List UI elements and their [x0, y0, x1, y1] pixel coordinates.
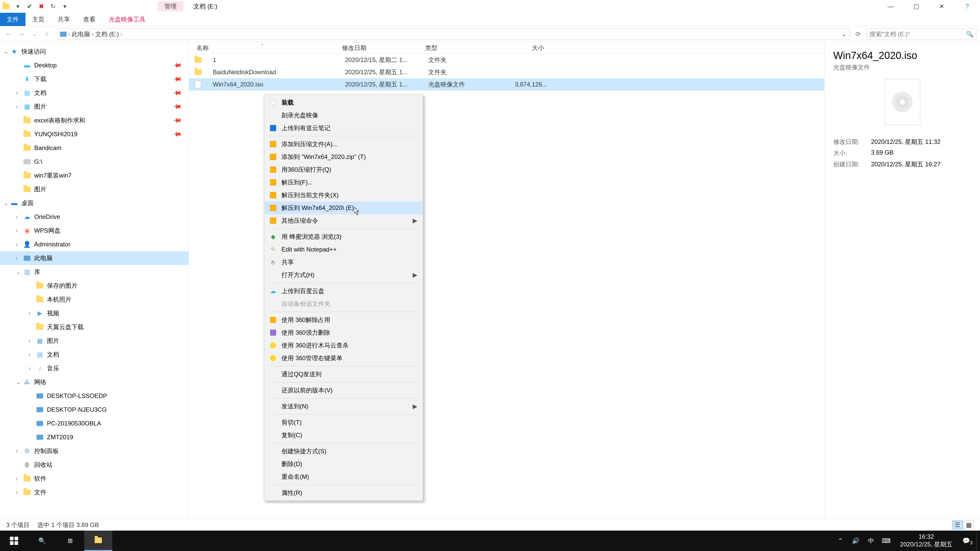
tree-thispc[interactable]: ›此电脑: [0, 251, 189, 265]
tree-downloads[interactable]: ⬇下载📌: [0, 72, 189, 86]
history-dropdown[interactable]: ⌄: [29, 29, 39, 39]
menu-item[interactable]: 属性(R): [265, 486, 422, 499]
tab-home[interactable]: 主页: [25, 13, 51, 26]
menu-item[interactable]: ◆用 蜂蜜浏览器 浏览(3): [265, 230, 422, 243]
tree-desktop[interactable]: ▬Desktop📌: [0, 59, 189, 72]
menu-item[interactable]: 解压到当前文件夹(X): [265, 189, 422, 202]
tree-win7reset[interactable]: win7重装win7: [0, 168, 189, 183]
menu-item[interactable]: 添加到压缩文件(A)...: [265, 138, 422, 151]
tree-pictures[interactable]: ›▦图片📌: [0, 100, 189, 114]
menu-item[interactable]: 打开方式(H)▶: [265, 268, 422, 281]
forward-button[interactable]: →: [16, 29, 27, 39]
refresh-button[interactable]: ⟳: [852, 30, 864, 38]
col-date[interactable]: 修改日期: [339, 44, 422, 52]
menu-item[interactable]: 创建快捷方式(S): [265, 445, 422, 457]
menu-item[interactable]: 装载: [265, 96, 422, 109]
tree-pictures2[interactable]: 图片: [0, 183, 189, 196]
menu-item[interactable]: 重命名(M): [265, 470, 422, 483]
maximize-button[interactable]: ▢: [904, 0, 929, 13]
breadcrumb-folder[interactable]: 文档 (E:): [95, 30, 119, 38]
tree-lib-docs[interactable]: ›▤文档: [0, 348, 189, 362]
tree-lib-pics[interactable]: ›▦图片: [0, 334, 189, 348]
help-button[interactable]: ?: [955, 0, 980, 13]
tree-admin[interactable]: ›👤Administrator: [0, 238, 189, 251]
tree-bandicam[interactable]: Bandicam: [0, 141, 189, 155]
tab-share[interactable]: 共享: [51, 13, 76, 26]
tree-control-panel[interactable]: ›⚙控制面板: [0, 444, 189, 458]
navigation-tree[interactable]: ⌄★快速访问 ▬Desktop📌 ⬇下载📌 ›▤文档📌 ›▦图片📌 excel表…: [0, 42, 189, 519]
taskview-button[interactable]: ⊞: [56, 530, 84, 551]
tree-documents[interactable]: ›▤文档📌: [0, 86, 189, 100]
check-icon[interactable]: ✔: [26, 3, 33, 10]
start-button[interactable]: [0, 530, 28, 551]
menu-item[interactable]: 解压到 Win7x64_2020\ (E): [265, 202, 422, 214]
search-button[interactable]: 🔍: [28, 530, 56, 551]
tree-network[interactable]: ⌄🖧网络: [0, 375, 189, 389]
close-button[interactable]: ✕: [929, 0, 955, 13]
col-name[interactable]: 名称⌃: [189, 44, 339, 52]
tree-excel[interactable]: excel表格制作求和📌: [0, 114, 189, 127]
menu-item[interactable]: ✎Edit with Notepad++: [265, 243, 422, 256]
menu-item[interactable]: 上传到有道云笔记: [265, 122, 422, 135]
tab-disc-tools[interactable]: 光盘映像工具: [102, 13, 152, 26]
x-icon[interactable]: ✖: [38, 3, 45, 10]
tree-videos[interactable]: ›▶视频: [0, 306, 189, 320]
tab-view[interactable]: 查看: [76, 13, 102, 26]
tree-wps[interactable]: ›◉WPS网盘: [0, 224, 189, 238]
menu-item[interactable]: 发送到(N)▶: [265, 400, 422, 413]
list-row[interactable]: Win7x64_2020.iso2020/12/25, 星期五 1...光盘映像…: [189, 78, 824, 91]
tree-files[interactable]: ›文件: [0, 486, 189, 499]
menu-item[interactable]: 用360压缩打开(Q): [265, 163, 422, 176]
tree-desktop-root[interactable]: ⌄▬桌面: [0, 196, 189, 210]
address-dropdown-icon[interactable]: ⌄: [842, 30, 846, 38]
menu-item[interactable]: 还原以前的版本(V): [265, 384, 422, 397]
ime-mode-icon[interactable]: ⌨: [879, 530, 894, 551]
menu-item[interactable]: 其他压缩命令▶: [265, 214, 422, 227]
caret-icon[interactable]: ▾: [61, 3, 68, 10]
menu-item[interactable]: 使用 360解除占用: [265, 313, 422, 326]
search-box[interactable]: 🔍: [867, 29, 977, 40]
up-button[interactable]: ↑: [42, 29, 52, 39]
tree-quick-access[interactable]: ⌄★快速访问: [0, 44, 189, 59]
minimize-button[interactable]: —: [878, 0, 904, 13]
tree-lib-music[interactable]: ›♪音乐: [0, 362, 189, 375]
tree-tianyi[interactable]: 天翼云盘下载: [0, 320, 189, 334]
menu-item[interactable]: 通过QQ发送到: [265, 368, 422, 381]
menu-item[interactable]: 复制(C): [265, 429, 422, 441]
list-row[interactable]: BaiduNetdiskDownload2020/12/25, 星期五 1...…: [189, 66, 824, 78]
tree-libraries[interactable]: ⌄▥库: [0, 265, 189, 279]
redo-icon[interactable]: ↻: [49, 3, 57, 10]
tree-onedrive[interactable]: ›☁OneDrive: [0, 210, 189, 224]
tree-recycle[interactable]: 🗑回收站: [0, 458, 189, 472]
menu-item[interactable]: 使用 360进行木马云查杀: [265, 339, 422, 352]
clock[interactable]: 16:32 2020/12/25, 星期五: [894, 533, 959, 548]
col-size[interactable]: 大小: [492, 44, 548, 52]
volume-icon[interactable]: 🔊: [848, 530, 863, 551]
menu-item[interactable]: 添加到 "Win7x64_2020.zip" (T): [265, 151, 422, 163]
menu-item[interactable]: 使用 360管理右键菜单: [265, 352, 422, 365]
ime-button[interactable]: 中: [863, 530, 879, 551]
menu-item[interactable]: 解压到(F)...: [265, 176, 422, 189]
notification-button[interactable]: 💬3: [959, 530, 977, 551]
address-path[interactable]: › 此电脑 › 文档 (E:) › ⌄: [57, 29, 850, 40]
breadcrumb-root[interactable]: 此电脑: [72, 30, 90, 38]
list-row[interactable]: 12020/12/15, 星期二 1...文件夹: [189, 54, 824, 66]
tree-yunqishi[interactable]: YUNQISHI2019📌: [0, 127, 189, 141]
menu-item[interactable]: 剪切(T): [265, 416, 422, 429]
tree-camera-roll[interactable]: 本机照片: [0, 292, 189, 306]
tree-saved-pics[interactable]: 保存的图片: [0, 279, 189, 292]
menu-item[interactable]: 使用 360强力删除: [265, 326, 422, 339]
view-details-button[interactable]: ☰: [953, 521, 963, 529]
tree-pc4[interactable]: ZMT2019: [0, 430, 189, 444]
tab-file[interactable]: 文件: [0, 13, 25, 26]
tree-gdrive[interactable]: G:\: [0, 155, 189, 168]
menu-item[interactable]: 刻录光盘映像: [265, 109, 422, 122]
explorer-button[interactable]: [84, 530, 112, 551]
menu-item[interactable]: ☁上传到百度云盘: [265, 285, 422, 297]
tree-pc1[interactable]: DESKTOP-LSSOEDP: [0, 389, 189, 403]
search-icon[interactable]: 🔍: [966, 30, 974, 38]
col-type[interactable]: 类型: [422, 44, 492, 52]
back-button[interactable]: ←: [3, 29, 14, 39]
menu-item[interactable]: ⎋共享: [265, 256, 422, 268]
show-desktop-button[interactable]: [977, 530, 980, 551]
